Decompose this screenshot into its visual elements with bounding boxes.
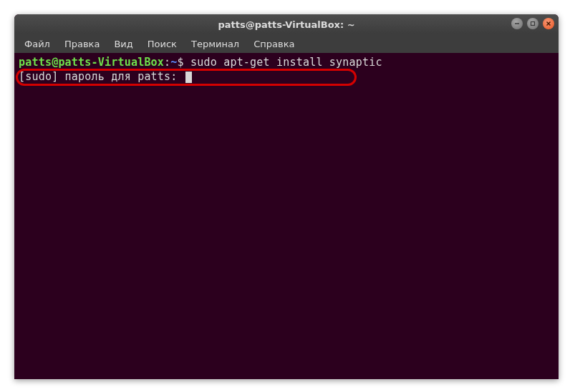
prompt-dollar: $: [178, 56, 190, 69]
close-button[interactable]: [543, 18, 554, 29]
menu-file[interactable]: Файл: [17, 36, 57, 52]
minimize-button[interactable]: [511, 18, 523, 29]
menu-terminal[interactable]: Терминал: [184, 36, 246, 52]
menu-help[interactable]: Справка: [246, 36, 301, 52]
window-title: patts@patts-VirtualBox: ~: [218, 19, 354, 30]
menu-search[interactable]: Поиск: [140, 36, 184, 52]
svg-rect-1: [531, 22, 535, 26]
prompt-user-host: patts@patts-VirtualBox: [19, 56, 164, 69]
terminal-line-2-wrap: [sudo] пароль для patts:: [19, 70, 192, 84]
terminal-line-1: patts@patts-VirtualBox:~$ sudo apt-get i…: [19, 56, 554, 69]
menubar: Файл Правка Вид Поиск Терминал Справка: [14, 34, 559, 53]
sudo-password-prompt: [sudo] пароль для patts:: [19, 70, 184, 83]
terminal-window: patts@patts-VirtualBox: ~ Файл Правка Ви…: [14, 14, 559, 379]
terminal-body[interactable]: patts@patts-VirtualBox:~$ sudo apt-get i…: [14, 53, 559, 87]
command-text: sudo apt-get install synaptic: [190, 56, 382, 69]
prompt-colon: :: [164, 56, 170, 69]
maximize-button[interactable]: [527, 18, 538, 29]
titlebar[interactable]: patts@patts-VirtualBox: ~: [14, 14, 559, 34]
cursor-icon: [185, 72, 192, 83]
window-controls: [511, 18, 554, 29]
menu-edit[interactable]: Правка: [57, 36, 107, 52]
menu-view[interactable]: Вид: [107, 36, 140, 52]
prompt-path: ~: [170, 56, 177, 69]
